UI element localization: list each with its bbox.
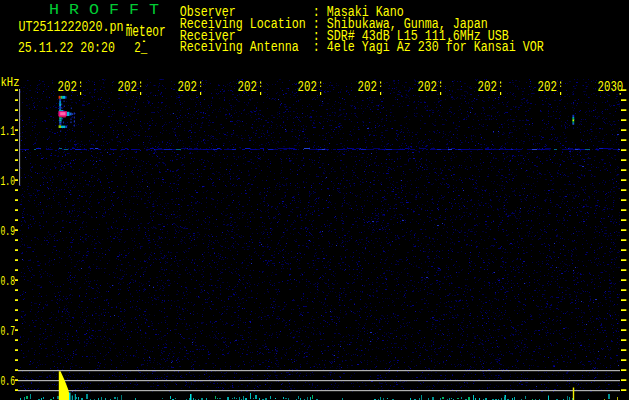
svg-text:meteor: meteor — [126, 23, 166, 41]
svg-text:202: 202 — [478, 79, 497, 95]
svg-text:0.6: 0.6 — [1, 374, 16, 389]
svg-text:H R O F F T: H R O F F T — [49, 2, 159, 19]
svg-text:Receiving Antenna : 4ele Yagi: Receiving Antenna : 4ele Yagi Az 230 for… — [180, 39, 544, 55]
svg-text:1.0: 1.0 — [1, 174, 16, 189]
svg-text:202: 202 — [358, 79, 377, 95]
svg-text:25.11.22 20:20: 25.11.22 20:20 — [18, 40, 115, 56]
svg-text:202: 202 — [238, 79, 257, 95]
svg-text:202: 202 — [178, 79, 197, 95]
svg-text:UT2511222020.pn: UT2511222020.pn — [19, 19, 124, 35]
svg-text:2_: 2_ — [134, 40, 147, 56]
svg-text:202: 202 — [538, 79, 557, 95]
svg-text:202: 202 — [118, 79, 137, 95]
svg-text:kHz: kHz — [1, 75, 20, 90]
svg-text:202: 202 — [418, 79, 437, 95]
svg-text:0.9: 0.9 — [1, 224, 16, 239]
svg-text:202: 202 — [58, 79, 77, 95]
svg-text:2030: 2030 — [598, 79, 624, 95]
svg-text:1.1: 1.1 — [1, 124, 16, 139]
svg-text:202: 202 — [298, 79, 317, 95]
svg-text:0.8: 0.8 — [1, 274, 16, 289]
svg-text:0.7: 0.7 — [1, 324, 16, 339]
